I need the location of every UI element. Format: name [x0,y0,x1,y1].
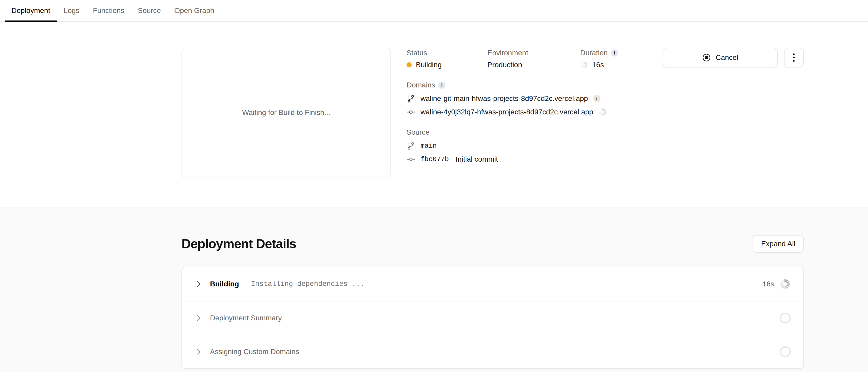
branch-name: main [421,141,437,151]
deployment-tab-bar: Deployment Logs Functions Source Open Gr… [0,0,868,22]
deployment-overview: Waiting for Build to Finish... Status Bu… [182,22,804,207]
tab-source[interactable]: Source [131,0,168,21]
tab-logs[interactable]: Logs [57,0,86,21]
status-dot [406,62,412,67]
git-commit-icon [406,155,415,164]
domain-url: waline-4y0j32lq7-hfwas-projects-8d97cd2c… [421,107,593,117]
git-branch-icon [406,94,415,103]
domain-link-primary[interactable]: waline-git-main-hfwas-projects-8d97cd2c.… [406,93,663,104]
accordion-row-deployment-summary[interactable]: Deployment Summary [182,301,803,335]
kebab-menu-icon [793,60,795,62]
deployment-meta: Status Building Environment Production D… [406,48,663,165]
domains-block: Domains waline-git-main-hfwas-projects-8… [406,80,663,117]
duration-value: 16s [592,60,604,70]
pending-circle-icon [780,313,791,323]
accordion-title: Deployment Summary [210,314,282,322]
kebab-menu-icon [793,53,795,55]
source-label: Source [406,127,663,138]
commit-sha: fbc077b [421,154,449,165]
step-duration: 16s [763,280,774,288]
source-commit-link[interactable]: fbc077b Initial commit [406,154,663,165]
accordion-title: Assigning Custom Domains [210,348,299,356]
preview-message: Waiting for Build to Finish... [242,109,330,117]
deployment-actions: Cancel [663,48,804,67]
info-icon[interactable] [438,82,445,89]
commit-message: Initial commit [456,154,498,165]
status-value: Building [416,60,442,70]
deployment-details-heading: Deployment Details [182,235,296,253]
build-preview-panel: Waiting for Build to Finish... [182,48,391,177]
accordion-row-assigning-custom-domains[interactable]: Assigning Custom Domains [182,335,803,368]
chevron-right-icon [194,348,203,356]
domain-url: waline-git-main-hfwas-projects-8d97cd2c.… [421,93,588,104]
duration-label: Duration [580,48,608,58]
spinner-icon [580,61,588,69]
chevron-right-icon [194,280,203,288]
spinner-icon [779,278,791,290]
tab-functions[interactable]: Functions [86,0,131,21]
stop-icon [702,53,711,62]
source-branch-link[interactable]: main [406,141,663,151]
tab-deployment[interactable]: Deployment [5,0,57,21]
accordion-subtitle: Installing dependencies ... [251,280,364,288]
cancel-button-label: Cancel [716,53,738,62]
chevron-right-icon [194,314,203,322]
git-branch-icon [406,141,415,150]
status-label: Status [406,48,487,58]
domains-label: Domains [406,80,435,90]
tab-open-graph[interactable]: Open Graph [167,0,221,21]
deployment-details-section: Deployment Details Expand All Building I… [0,207,868,372]
vercel-deployment-page: Deployment Logs Functions Source Open Gr… [0,0,868,372]
accordion-title: Building [210,280,239,288]
kebab-menu-icon [793,57,795,58]
pending-circle-icon [780,346,791,357]
accordion-row-building[interactable]: Building Installing dependencies ... 16s [182,267,803,301]
info-icon[interactable] [593,95,600,102]
domain-link-deployment[interactable]: waline-4y0j32lq7-hfwas-projects-8d97cd2c… [406,107,663,117]
spinner-icon [598,108,607,116]
cancel-button[interactable]: Cancel [663,48,778,67]
info-icon[interactable] [611,49,618,57]
expand-all-button[interactable]: Expand All [753,235,804,253]
more-options-button[interactable] [784,48,804,67]
git-commit-icon [406,108,415,116]
source-block: Source main fbc077b Initial commit [406,127,663,165]
deployment-steps-card: Building Installing dependencies ... 16s… [182,267,804,369]
environment-label: Environment [487,48,580,58]
environment-value: Production [487,60,522,70]
